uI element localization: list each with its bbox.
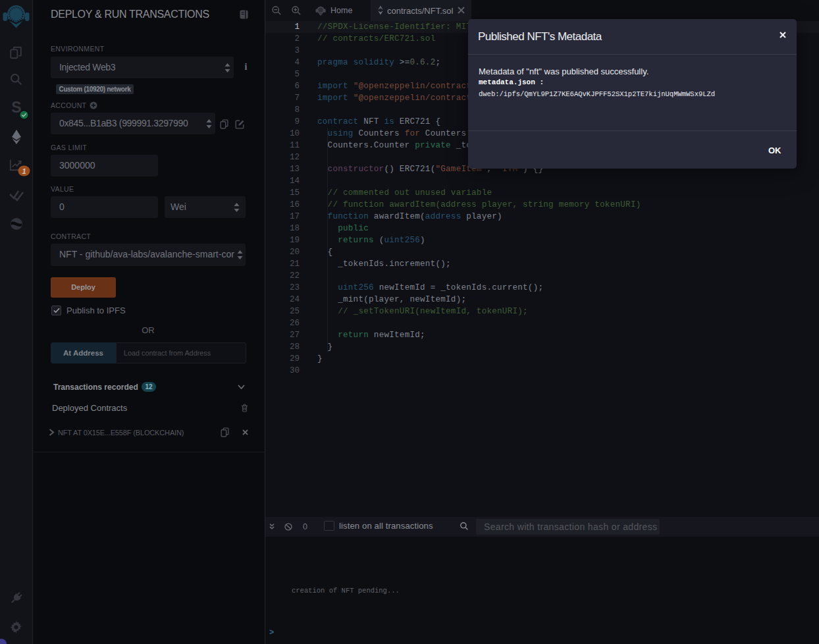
svg-text:1: 1 [22,167,26,175]
